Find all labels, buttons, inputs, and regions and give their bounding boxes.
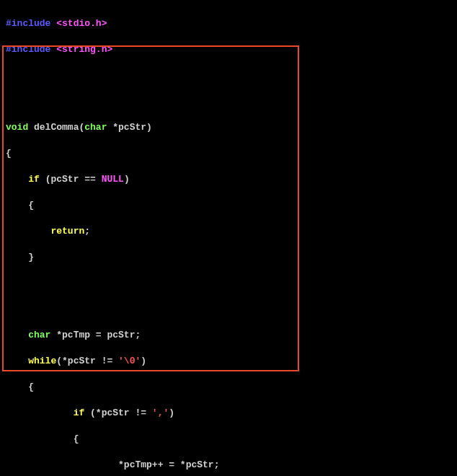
keyword-null: NULL	[102, 174, 124, 185]
code-line: {	[6, 433, 451, 446]
code-line: return;	[6, 225, 451, 238]
code-line	[6, 277, 451, 290]
char-literal: ','	[152, 407, 169, 418]
keyword-if: if	[28, 174, 40, 185]
code-line: *pcTmp++ = *pcStr;	[6, 459, 451, 472]
param: *pcStr)	[107, 122, 151, 133]
code-line: #include <stdio.h>	[6, 17, 451, 30]
char-literal: '\0'	[118, 356, 141, 366]
keyword-char: char	[84, 122, 107, 133]
code-line: if (*pcStr != ',')	[6, 407, 451, 420]
fn-name: delComma(	[28, 122, 84, 133]
code-line: }	[6, 251, 451, 264]
keyword-char: char	[28, 330, 50, 340]
include-lib: <stdio.h>	[56, 18, 107, 29]
include-lib: <string.h>	[56, 44, 112, 55]
code-line	[6, 303, 451, 316]
code-line: {	[6, 147, 451, 160]
code-line: while(*pcStr != '\0')	[6, 355, 451, 368]
code-line: void delComma(char *pcStr)	[6, 121, 451, 134]
code-line: #include <string.h>	[6, 43, 451, 56]
code-line	[6, 95, 451, 108]
code-line: {	[6, 199, 451, 212]
keyword-include: #include	[6, 18, 50, 29]
code-line: {	[6, 381, 451, 394]
keyword-while: while	[28, 356, 56, 366]
keyword-void: void	[6, 122, 28, 133]
code-block: #include <stdio.h> #include <string.h> v…	[0, 0, 457, 476]
code-line: if (pcStr == NULL)	[6, 173, 451, 186]
keyword-include: #include	[6, 44, 50, 55]
code-line: char *pcTmp = pcStr;	[6, 329, 451, 342]
keyword-return: return	[50, 226, 84, 237]
code-line	[6, 69, 451, 82]
keyword-if: if	[74, 407, 85, 418]
